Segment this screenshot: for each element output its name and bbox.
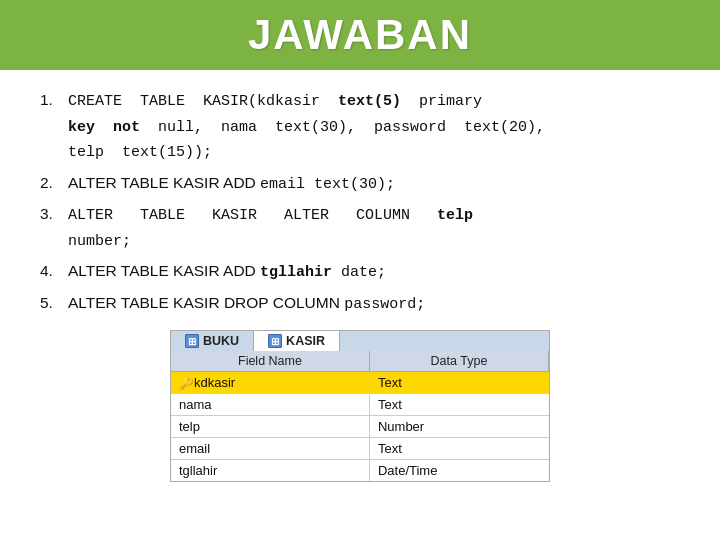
list-text: ALTER TABLE KASIR ADD tgllahir date;: [68, 259, 386, 285]
tab-kasir-label: KASIR: [286, 334, 325, 348]
table-row[interactable]: tgllahir Date/Time: [171, 460, 549, 481]
list-item: 3. ALTER TABLE KASIR ALTER COLUMN telp n…: [40, 202, 680, 253]
list-number: 5.: [40, 291, 68, 317]
table-row[interactable]: nama Text: [171, 394, 549, 416]
table-row[interactable]: email Text: [171, 438, 549, 460]
field-cell: nama: [171, 394, 370, 415]
col-header-row: Field Name Data Type: [171, 351, 549, 372]
table-row[interactable]: 🔑kdkasir Text: [171, 372, 549, 394]
type-cell: Text: [370, 438, 549, 459]
type-cell: Number: [370, 416, 549, 437]
list-item: 5. ALTER TABLE KASIR DROP COLUMN passwor…: [40, 291, 680, 317]
type-cell: Text: [370, 394, 549, 415]
table-icon: [268, 334, 282, 348]
list-number: 2.: [40, 171, 68, 197]
col-header-field: Field Name: [171, 351, 370, 372]
field-cell: tgllahir: [171, 460, 370, 481]
steps-list: 1. CREATE TABLE KASIR(kdkasir text(5) pr…: [40, 88, 680, 316]
list-text: ALTER TABLE KASIR DROP COLUMN password;: [68, 291, 425, 317]
list-item: 1. CREATE TABLE KASIR(kdkasir text(5) pr…: [40, 88, 680, 165]
type-cell: Text: [370, 372, 549, 393]
list-item: 4. ALTER TABLE KASIR ADD tgllahir date;: [40, 259, 680, 285]
header: JAWABAN: [0, 0, 720, 70]
table-row[interactable]: telp Number: [171, 416, 549, 438]
list-text: CREATE TABLE KASIR(kdkasir text(5) prima…: [68, 88, 545, 165]
content: 1. CREATE TABLE KASIR(kdkasir text(5) pr…: [0, 70, 720, 492]
field-cell: telp: [171, 416, 370, 437]
list-number: 1.: [40, 88, 68, 165]
tab-buku[interactable]: BUKU: [171, 331, 254, 351]
db-table-wrapper: BUKU KASIR Field Name Data Type 🔑kdkasir…: [170, 330, 550, 482]
tab-buku-label: BUKU: [203, 334, 239, 348]
header-title: JAWABAN: [248, 11, 472, 59]
table-section: BUKU KASIR Field Name Data Type 🔑kdkasir…: [40, 330, 680, 482]
list-item: 2. ALTER TABLE KASIR ADD email text(30);: [40, 171, 680, 197]
type-cell: Date/Time: [370, 460, 549, 481]
list-text: ALTER TABLE KASIR ADD email text(30);: [68, 171, 395, 197]
field-cell: 🔑kdkasir: [171, 372, 370, 393]
col-header-type: Data Type: [370, 351, 549, 372]
list-text: ALTER TABLE KASIR ALTER COLUMN telp numb…: [68, 202, 473, 253]
table-icon: [185, 334, 199, 348]
list-number: 3.: [40, 202, 68, 253]
tab-bar: BUKU KASIR: [171, 331, 549, 351]
field-cell: email: [171, 438, 370, 459]
tab-kasir[interactable]: KASIR: [254, 331, 340, 351]
key-icon: 🔑: [179, 376, 194, 390]
list-number: 4.: [40, 259, 68, 285]
